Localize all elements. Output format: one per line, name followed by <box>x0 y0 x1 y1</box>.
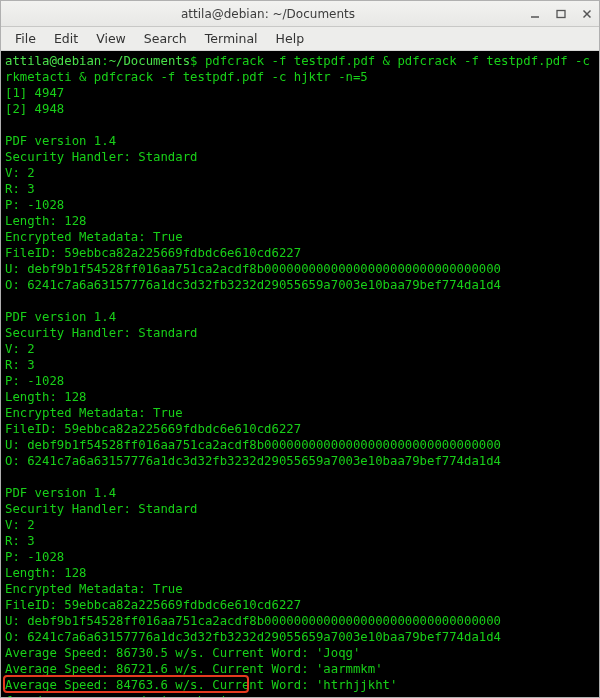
found-password-line: found user-password: 'crackme' <box>5 694 227 697</box>
prompt-cwd: ~/Documents <box>109 54 190 68</box>
menu-view[interactable]: View <box>88 28 134 49</box>
output-line: U: debf9b1f54528ff016aa751ca2acdf8b00000… <box>5 262 501 276</box>
menu-help[interactable]: Help <box>268 28 313 49</box>
output-line: U: debf9b1f54528ff016aa751ca2acdf8b00000… <box>5 614 501 628</box>
output-line: R: 3 <box>5 182 35 196</box>
output-line: V: 2 <box>5 518 35 532</box>
output-line: PDF version 1.4 <box>5 134 116 148</box>
maximize-icon[interactable] <box>555 8 567 20</box>
output-line: O: 6241c7a6a63157776a1dc3d32fb3232d29055… <box>5 454 501 468</box>
output-line: Encrypted Metadata: True <box>5 230 183 244</box>
output-line: Average Speed: 84763.6 w/s. Current Word… <box>5 678 397 692</box>
output-line: FileID: 59ebbca82a225669fdbdc6e610cd6227 <box>5 598 301 612</box>
job-line: [1] 4947 <box>5 86 64 100</box>
output-line: R: 3 <box>5 358 35 372</box>
menu-bar: File Edit View Search Terminal Help <box>1 27 599 51</box>
window-titlebar: attila@debian: ~/Documents <box>1 1 599 27</box>
window-controls <box>529 8 593 20</box>
window-title: attila@debian: ~/Documents <box>7 7 529 21</box>
output-line: Average Speed: 86721.6 w/s. Current Word… <box>5 662 383 676</box>
command-text <box>198 54 205 68</box>
output-line: Encrypted Metadata: True <box>5 406 183 420</box>
output-line: V: 2 <box>5 166 35 180</box>
output-line: FileID: 59ebbca82a225669fdbdc6e610cd6227 <box>5 422 301 436</box>
output-line: Length: 128 <box>5 214 86 228</box>
terminal-area[interactable]: attila@debian:~/Documents$ pdfcrack -f t… <box>1 51 599 697</box>
menu-terminal[interactable]: Terminal <box>197 28 266 49</box>
output-line: P: -1028 <box>5 374 64 388</box>
menu-file[interactable]: File <box>7 28 44 49</box>
output-line: P: -1028 <box>5 198 64 212</box>
output-line: PDF version 1.4 <box>5 486 116 500</box>
menu-edit[interactable]: Edit <box>46 28 86 49</box>
output-line: O: 6241c7a6a63157776a1dc3d32fb3232d29055… <box>5 630 501 644</box>
output-line: V: 2 <box>5 342 35 356</box>
close-icon[interactable] <box>581 8 593 20</box>
output-line: Average Speed: 86730.5 w/s. Current Word… <box>5 646 360 660</box>
output-line: P: -1028 <box>5 550 64 564</box>
minimize-icon[interactable] <box>529 8 541 20</box>
output-line: Length: 128 <box>5 390 86 404</box>
output-line: O: 6241c7a6a63157776a1dc3d32fb3232d29055… <box>5 278 501 292</box>
menu-search[interactable]: Search <box>136 28 195 49</box>
output-line: FileID: 59ebbca82a225669fdbdc6e610cd6227 <box>5 246 301 260</box>
output-line: Security Handler: Standard <box>5 150 198 164</box>
prompt-user-host: attila@debian <box>5 54 101 68</box>
prompt-sep: : <box>101 54 108 68</box>
terminal-window: attila@debian: ~/Documents File Edit Vie… <box>0 0 600 698</box>
output-line: R: 3 <box>5 534 35 548</box>
output-line: PDF version 1.4 <box>5 310 116 324</box>
output-line: U: debf9b1f54528ff016aa751ca2acdf8b00000… <box>5 438 501 452</box>
output-line: Security Handler: Standard <box>5 326 198 340</box>
svg-rect-1 <box>557 10 565 17</box>
job-line: [2] 4948 <box>5 102 64 116</box>
output-line: Length: 128 <box>5 566 86 580</box>
prompt-dollar: $ <box>190 54 197 68</box>
output-line: Encrypted Metadata: True <box>5 582 183 596</box>
output-line: Security Handler: Standard <box>5 502 198 516</box>
